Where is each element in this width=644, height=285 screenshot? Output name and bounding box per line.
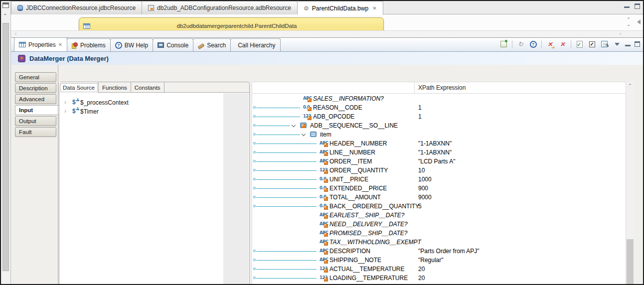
xpath-expression-value[interactable]: 1000 [418, 176, 432, 183]
mapper-vertical-scrollbar[interactable]: ⌃ [626, 82, 634, 284]
mapper-row[interactable]: 123LOADING__TEMPERATURE20 [252, 274, 626, 283]
mapper-row[interactable]: ABCLICENSE? [252, 283, 626, 284]
mapper-row[interactable]: 123ADB_OPCODE1 [252, 112, 626, 121]
mapper-row[interactable]: ABCNEED__DELIVERY__DATE? [252, 220, 626, 229]
mapper-row[interactable]: item [252, 130, 626, 139]
minimize-icon[interactable] [625, 45, 631, 46]
delete-arrow-icon[interactable]: ✕ [546, 40, 554, 48]
close-icon[interactable]: ✕ [372, 5, 376, 11]
xpath-expression-value[interactable]: 20 [418, 266, 425, 273]
mapper-row[interactable]: ABCTAX__WITHHOLDING__EXEMPT [252, 238, 626, 247]
sidebar-item-description[interactable]: Description [15, 83, 56, 93]
sync-icon[interactable]: ↻ [516, 40, 525, 48]
sidebar-item-output[interactable]: Output [15, 116, 56, 126]
validate-icon[interactable] [575, 40, 584, 48]
xpath-expression-value[interactable]: 1 [418, 113, 422, 120]
xpath-expression-value[interactable]: "Parts Order from APJ" [418, 248, 480, 255]
view-tab-bw-help[interactable]: ?BW Help [110, 38, 153, 51]
decimal-type-icon: 0.0 [320, 203, 328, 209]
chevron-down-icon[interactable] [302, 132, 306, 136]
mapper-row[interactable]: 0.0UNIT__PRICE1000 [252, 175, 626, 184]
pin-note-icon[interactable] [499, 40, 508, 48]
mapper-row[interactable]: ABCSHIPPING__NOTE"Regular" [252, 256, 626, 265]
editor-area: JDBCConnectionResource.jdbcResourcedb2ud… [11, 1, 643, 37]
scroll-right-icon[interactable]: › [620, 31, 621, 36]
xpath-expression-value[interactable]: 9000 [418, 194, 432, 201]
chevron-up-icon[interactable]: ⌃ [3, 13, 7, 18]
minimize-icon[interactable] [624, 6, 630, 8]
sidebar-item-advanced[interactable]: Advanced [15, 94, 56, 104]
mapper-row[interactable]: ABCORDER__ITEM"LCD Parts A" [252, 157, 626, 166]
mapper-row[interactable]: ABCDESCRIPTION"Parts Order from APJ" [252, 247, 626, 256]
column-divider[interactable] [414, 82, 415, 93]
process-canvas[interactable]: db2udbdatamergerparentchild.ParentChildD… [11, 14, 643, 30]
maximize-icon[interactable] [635, 41, 640, 47]
scrollbar-thumb[interactable] [627, 239, 634, 284]
mapper-row[interactable]: ADB__SEQUENCE__SO__LINE [252, 121, 626, 130]
field-name: LOADING__TEMPERATURE [329, 275, 408, 282]
mapper-row[interactable]: 0.0BACK__ORDERED__QUANTITY5 [252, 202, 626, 211]
maximize-icon[interactable] [635, 3, 640, 9]
editor-tab-db2udb_ADBConfigurationResource[interactable]: db2udb_ADBConfigurationResource.adbResou… [142, 1, 298, 14]
xpath-expression-value[interactable]: 900 [418, 185, 428, 192]
sidebar-item-input[interactable]: Input [15, 105, 59, 115]
mapper-row[interactable]: ABCLINE__NUMBER"1-1ABXNN" [252, 148, 626, 157]
delete-icon[interactable]: ✕ [558, 40, 567, 48]
trim-scrollbar-thumb[interactable] [2, 23, 9, 271]
editor-tab-ParentChildData[interactable]: ⚙ParentChildData.bwp✕ [298, 1, 383, 15]
view-tab-properties[interactable]: Properties✕ [14, 37, 67, 51]
pin-note-icon [500, 41, 507, 47]
xpath-expression-value[interactable]: 10 [418, 167, 425, 174]
scroll-left-icon[interactable]: ‹ [15, 31, 16, 36]
mapper-row[interactable]: 0.0TOTAL__AMOUNT9000 [252, 193, 626, 202]
view-tab-search[interactable]: Search [193, 38, 231, 51]
mapper-row[interactable]: ABCSALES__INFORMATION? [252, 94, 626, 103]
mapper-row[interactable]: 123ORDER__QUANTITY10 [252, 166, 626, 175]
view-tab-call-hierarchy[interactable]: Call Hierarchy [230, 38, 280, 51]
tab-data-source[interactable]: Data Source [59, 82, 99, 93]
palette-collapse-icon[interactable] [637, 19, 641, 24]
canvas-horizontal-scrollbar[interactable]: ‹ › [11, 30, 643, 37]
integer-type-icon: 123 [303, 113, 312, 120]
view-menu-icon[interactable] [613, 40, 621, 48]
view-tab-problems[interactable]: Problems [67, 38, 111, 51]
edit-note-icon[interactable] [600, 40, 609, 48]
search-icon [198, 43, 205, 49]
xpath-expression-value[interactable]: "1-1ABXNN" [418, 140, 452, 147]
restore-view-icon[interactable] [2, 2, 9, 8]
scroll-up-icon[interactable]: ⌃ [626, 83, 634, 88]
tree-item-_processContext[interactable]: ›$$_processContext [59, 98, 223, 107]
mapper-row[interactable]: 0.0EXTENDED__PRICE900 [252, 184, 626, 193]
canvas-vertical-scroll[interactable]: ⌃ ⌄ [625, 17, 632, 27]
close-icon[interactable]: ✕ [58, 42, 62, 47]
view-tab-console[interactable]: Console [153, 38, 193, 51]
xpath-expression-value[interactable]: 20 [418, 275, 425, 282]
xpath-expression-value[interactable]: "1-1ABXNN" [418, 149, 452, 156]
mapper-row[interactable]: ABCHEADER__NUMBER"1-1ABXNN" [252, 139, 626, 148]
mapper-row[interactable]: 123ACTUAL__TEMPERATURE20 [252, 265, 626, 274]
process-activity-box[interactable]: db2udbdatamergerparentchild.ParentChildD… [79, 17, 384, 30]
editor-tab-JDBCConnectionResource[interactable]: JDBCConnectionResource.jdbcResource [11, 1, 142, 14]
chevron-right-icon[interactable]: › [64, 99, 66, 106]
xpath-expression-value[interactable]: 1 [418, 104, 422, 111]
chevron-right-icon[interactable]: › [64, 108, 66, 115]
xpath-expression-value[interactable]: 5 [418, 203, 422, 210]
adb-config-icon [148, 5, 154, 11]
tab-constants[interactable]: Constants [131, 82, 164, 93]
chevron-down-icon[interactable] [292, 123, 296, 127]
xpath-expression-value[interactable]: "LCD Parts A" [418, 158, 456, 165]
data-source-scroll-track[interactable] [223, 93, 249, 284]
tree-item-Timer[interactable]: ›$$Timer [59, 107, 223, 116]
tab-functions[interactable]: Functions [99, 82, 131, 93]
help-round-icon[interactable]: ? [529, 40, 537, 48]
sidebar-item-general[interactable]: General [15, 72, 56, 82]
xpath-expression-value[interactable]: "Regular" [418, 257, 444, 264]
tibco-businessstudio-window: ⌃ JDBCConnectionResource.jdbcResourcedb2… [0, 0, 644, 285]
mapper-row[interactable]: ABCEARLIEST__SHIP__DATE? [252, 211, 626, 220]
mapping-anchor [253, 151, 256, 153]
sidebar-item-fault[interactable]: Fault [15, 127, 56, 137]
mapper-row[interactable]: 0.0REASON__CODE1 [252, 103, 626, 112]
checkbox-icon[interactable] [588, 40, 596, 48]
mapper-row[interactable]: ABCPROMISED__SHIP__DATE? [252, 229, 626, 238]
view-tab-label: Search [207, 42, 226, 49]
